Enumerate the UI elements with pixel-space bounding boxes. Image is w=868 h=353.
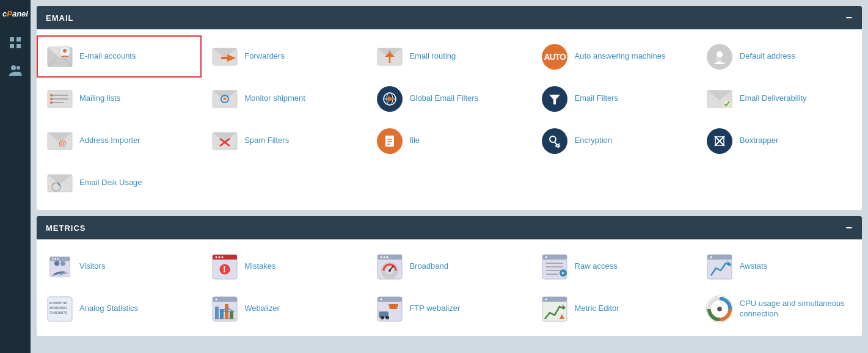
email-routing-item[interactable]: Email routing: [367, 35, 531, 78]
email-collapse-button[interactable]: −: [845, 12, 853, 23]
analog-statistics-label: Analog Statistics: [79, 304, 138, 314]
svg-point-63: [52, 258, 53, 259]
webalizer-item[interactable]: Webalizer: [202, 288, 367, 330]
visitors-item[interactable]: Visitors: [37, 246, 202, 288]
email-disk-usage-label: Email Disk Usage: [79, 178, 142, 188]
svg-text:!: !: [223, 264, 226, 274]
svg-point-121: [717, 307, 722, 311]
email-filters-label: Email Filters: [575, 93, 619, 104]
forwarders-label: Forwarders: [244, 51, 285, 62]
boxtrapper-label: Boxtrapper: [740, 136, 779, 146]
svg-rect-101: [215, 307, 219, 319]
svg-point-64: [54, 258, 56, 259]
boxtrapper-item[interactable]: Boxtrapper: [697, 120, 862, 162]
email-section: EMAIL − E-mail accounts: [37, 6, 862, 210]
email-deliverability-item[interactable]: Email Deliverability: [697, 78, 862, 120]
metrics-section: METRICS −: [37, 216, 862, 336]
cpu-usage-item[interactable]: CPU usage and simultaneous connection: [697, 288, 862, 330]
metrics-section-title: METRICS: [46, 224, 86, 233]
spam-filters-label: Spam Filters: [244, 136, 289, 146]
ftp-webalizer-item[interactable]: FTP webalizer: [367, 288, 531, 330]
email-items-grid: E-mail accounts Forwarders: [37, 29, 862, 210]
svg-point-61: [60, 261, 65, 266]
email-filters-item[interactable]: Email Filters: [532, 78, 697, 120]
email-accounts-item[interactable]: E-mail accounts: [37, 35, 202, 78]
svg-point-76: [383, 256, 385, 258]
email-filters-icon: [541, 85, 569, 112]
svg-rect-104: [230, 311, 233, 319]
global-email-filters-label: Global Email Filters: [409, 93, 478, 104]
awstats-icon: [706, 253, 734, 280]
address-importer-icon: @: [46, 127, 73, 155]
svg-marker-37: [549, 95, 560, 104]
email-deliverability-icon: [706, 85, 734, 112]
metric-editor-icon: [541, 295, 569, 322]
forwarders-icon: [211, 43, 238, 70]
mailing-lists-item[interactable]: Mailing lists: [37, 78, 202, 120]
webalizer-label: Webalizer: [244, 304, 280, 314]
svg-marker-36: [388, 96, 394, 102]
email-accounts-icon: [46, 43, 73, 70]
svg-point-52: [550, 136, 556, 142]
ftp-webalizer-label: FTP webalizer: [409, 304, 460, 314]
default-address-item[interactable]: @ Default address: [697, 35, 862, 78]
raw-access-item[interactable]: Raw access: [532, 246, 697, 288]
visitors-label: Visitors: [79, 261, 105, 272]
svg-text:023689746: 023689746: [49, 301, 68, 305]
svg-point-80: [388, 269, 391, 272]
forwarders-item[interactable]: Forwarders: [202, 35, 367, 78]
mistakes-label: Mistakes: [244, 261, 275, 272]
address-importer-item[interactable]: @ Address Importer: [37, 120, 202, 162]
monitor-shipment-item[interactable]: Monitor shipment: [202, 78, 367, 120]
svg-point-70: [221, 256, 223, 258]
svg-point-4: [11, 65, 16, 70]
encryption-label: Encryption: [575, 136, 612, 146]
svg-point-75: [380, 256, 382, 258]
encryption-item[interactable]: Encryption: [532, 120, 697, 162]
broadband-label: Broadband: [409, 261, 448, 272]
svg-point-28: [50, 101, 53, 104]
email-section-header: EMAIL −: [37, 6, 862, 29]
svg-point-112: [385, 316, 389, 319]
email-routing-icon: [376, 43, 403, 70]
svg-point-65: [57, 258, 58, 259]
svg-point-60: [54, 261, 59, 266]
encryption-icon: [541, 127, 569, 155]
analog-statistics-item[interactable]: 023689746 264892561 714536870 Analog Sta…: [37, 288, 202, 330]
metrics-items-grid: Visitors ! Mistakes: [37, 239, 862, 336]
file-item[interactable]: file: [367, 120, 531, 162]
email-accounts-label: E-mail accounts: [79, 51, 136, 62]
awstats-item[interactable]: Awstats: [697, 246, 862, 288]
mistakes-item[interactable]: ! Mistakes: [202, 246, 367, 288]
address-importer-label: Address Importer: [79, 136, 140, 146]
mistakes-icon: !: [211, 253, 238, 280]
raw-access-icon: [541, 253, 569, 280]
webalizer-icon: [211, 295, 238, 322]
spam-filters-item[interactable]: Spam Filters: [202, 120, 367, 162]
svg-point-68: [215, 256, 217, 258]
svg-marker-113: [388, 304, 398, 309]
metrics-collapse-button[interactable]: −: [845, 222, 853, 233]
auto-answering-icon: AUTO: [541, 43, 569, 70]
email-routing-label: Email routing: [409, 51, 456, 62]
metric-editor-item[interactable]: Metric Editor: [532, 288, 697, 330]
monitor-shipment-label: Monitor shipment: [244, 93, 305, 104]
svg-point-69: [218, 256, 220, 258]
raw-access-label: Raw access: [575, 261, 618, 272]
svg-rect-2: [10, 44, 14, 48]
auto-answering-item[interactable]: AUTO Auto answering machines: [532, 35, 697, 78]
users-icon[interactable]: [6, 61, 24, 79]
svg-text:264892561: 264892561: [49, 306, 68, 310]
file-label: file: [409, 136, 420, 146]
mailing-lists-label: Mailing lists: [79, 93, 120, 104]
email-disk-usage-icon: [46, 169, 73, 197]
sidebar: cPanel: [0, 0, 31, 353]
email-disk-usage-item[interactable]: Email Disk Usage: [37, 162, 202, 204]
global-email-filters-item[interactable]: Global Email Filters: [367, 78, 531, 120]
grid-icon[interactable]: [6, 34, 24, 52]
svg-text:@: @: [59, 139, 67, 148]
broadband-item[interactable]: Broadband: [367, 246, 531, 288]
email-section-title: EMAIL: [46, 13, 73, 23]
cpu-usage-icon: [706, 295, 734, 322]
default-address-label: Default address: [740, 51, 795, 62]
